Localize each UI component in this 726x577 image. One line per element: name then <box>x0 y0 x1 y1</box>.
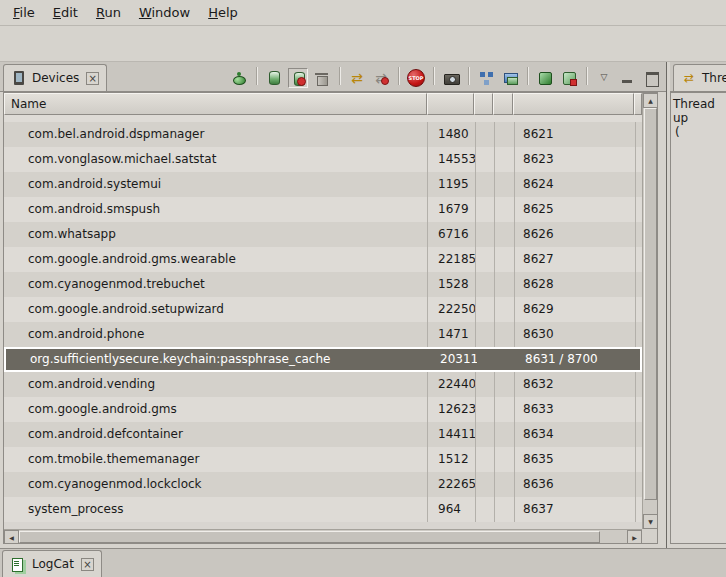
menu-run[interactable]: Run <box>87 2 130 23</box>
cell-empty <box>476 197 495 222</box>
main-toolbar <box>0 26 726 62</box>
menu-bar: File Edit Run Window Help <box>0 0 726 26</box>
stop-thread-updates-icon[interactable] <box>371 68 391 88</box>
start-method-profiling-icon[interactable] <box>535 68 555 88</box>
table-row[interactable]: com.cyanogenmod.lockclock222658636 <box>4 472 642 497</box>
threads-view: Threa Thread up ( <box>670 62 726 548</box>
cause-gc-icon[interactable] <box>312 68 332 88</box>
cell-pid: 14553 <box>428 147 476 172</box>
cell-empty <box>476 322 495 347</box>
cell-empty <box>497 349 517 370</box>
menu-file[interactable]: File <box>4 2 44 23</box>
column-header-port[interactable] <box>513 93 634 115</box>
cell-port: 8636 <box>515 472 636 497</box>
update-heap-icon[interactable] <box>264 68 284 88</box>
table-row[interactable]: com.tmobile.thememanager15128635 <box>4 447 642 472</box>
cell-port: 8633 <box>515 397 636 422</box>
scroll-left-button[interactable]: ◀ <box>4 530 19 544</box>
cell-pid: 22250 <box>428 297 476 322</box>
cell-empty <box>495 422 515 447</box>
table-row[interactable]: com.android.systemui11958624 <box>4 172 642 197</box>
table-row[interactable]: com.vonglasow.michael.satstat145538623 <box>4 147 642 172</box>
threads-message-line1: Thread up <box>673 97 724 125</box>
cell-empty <box>495 372 515 397</box>
column-header-pid[interactable] <box>427 93 475 115</box>
debug-process-icon[interactable] <box>229 68 249 88</box>
screen-capture-icon[interactable] <box>441 68 461 88</box>
column-header-name[interactable]: Name <box>4 93 427 115</box>
tab-threads[interactable]: Threa <box>673 64 726 91</box>
table-row[interactable]: com.bel.android.dspmanager14808621 <box>4 122 642 147</box>
column-header-filler <box>634 93 642 115</box>
cell-empty <box>495 197 515 222</box>
table-row[interactable]: com.android.defcontainer144118634 <box>4 422 642 447</box>
cell-empty <box>476 272 495 297</box>
table-row[interactable]: com.whatsapp67168626 <box>4 222 642 247</box>
cell-pid: 22185 <box>428 247 476 272</box>
table-row[interactable]: system_process9648637 <box>4 497 642 522</box>
table-row[interactable]: com.cyanogenmod.trebuchet15288628 <box>4 272 642 297</box>
cell-process-name: com.android.defcontainer <box>4 422 428 447</box>
capture-layers-icon[interactable] <box>500 68 520 88</box>
cell-empty <box>476 447 495 472</box>
cell-process-name: com.google.android.gms <box>4 397 428 422</box>
cell-empty <box>476 372 495 397</box>
column-header-empty[interactable] <box>474 93 493 115</box>
table-row[interactable]: com.android.phone14718630 <box>4 322 642 347</box>
cell-process-name: com.google.android.gms.wearable <box>4 247 428 272</box>
threads-message-line2: ( <box>673 125 724 139</box>
cell-process-name: system_process <box>4 497 428 522</box>
vertical-scroll-thumb[interactable] <box>644 108 657 500</box>
toolbar-separator <box>586 67 587 85</box>
vertical-scrollbar[interactable]: ▲ ▼ <box>642 93 657 529</box>
tab-logcat[interactable]: LogCat × <box>2 550 102 577</box>
cell-port: 8631 / 8700 <box>517 349 638 370</box>
table-row[interactable]: com.android.vending224408632 <box>4 372 642 397</box>
maximize-view-icon[interactable] <box>642 68 662 88</box>
heap-dump-icon[interactable] <box>559 68 579 88</box>
minimize-view-icon[interactable] <box>618 68 638 88</box>
threads-icon <box>681 70 697 86</box>
cell-port: 8629 <box>515 297 636 322</box>
scroll-up-button[interactable]: ▲ <box>643 93 658 108</box>
tab-devices[interactable]: Devices × <box>3 64 107 91</box>
hierarchy-view-icon[interactable] <box>476 68 496 88</box>
view-menu-icon[interactable]: ▽ <box>594 68 614 88</box>
table-row[interactable]: com.google.android.gms.wearable221858627 <box>4 247 642 272</box>
cell-pid: 1471 <box>428 322 476 347</box>
table-row[interactable]: org.sufficientlysecure.keychain:passphra… <box>4 347 642 372</box>
cell-pid: 1528 <box>428 272 476 297</box>
cell-empty <box>495 247 515 272</box>
horizontal-scrollbar[interactable]: ◀ ▶ <box>4 529 642 543</box>
horizontal-scroll-thumb[interactable] <box>19 531 600 543</box>
table-row[interactable]: com.google.android.gms126238633 <box>4 397 642 422</box>
column-header-empty[interactable] <box>493 93 513 115</box>
cell-pid: 1195 <box>428 172 476 197</box>
cell-port: 8634 <box>515 422 636 447</box>
tab-devices-label: Devices <box>32 71 79 85</box>
cell-pid: 1480 <box>428 122 476 147</box>
bottom-tabbar: LogCat × <box>0 548 726 577</box>
scroll-down-button[interactable]: ▼ <box>643 514 658 529</box>
cell-pid: 12623 <box>428 397 476 422</box>
table-row[interactable]: com.google.android.setupwizard222508629 <box>4 297 642 322</box>
cell-pid: 1679 <box>428 197 476 222</box>
stop-process-icon[interactable]: STOP <box>406 68 426 88</box>
close-logcat-tab-icon[interactable]: × <box>81 558 94 571</box>
menu-help[interactable]: Help <box>199 2 247 23</box>
cell-process-name: com.google.android.setupwizard <box>4 297 428 322</box>
menu-edit[interactable]: Edit <box>44 2 87 23</box>
dump-hprof-icon[interactable] <box>288 68 308 88</box>
cell-process-name: org.sufficientlysecure.keychain:passphra… <box>6 349 430 370</box>
toolbar-separator <box>468 67 469 85</box>
cell-port: 8628 <box>515 272 636 297</box>
cell-port: 8627 <box>515 247 636 272</box>
scroll-right-button[interactable]: ▶ <box>627 530 642 544</box>
update-threads-icon[interactable] <box>347 68 367 88</box>
cell-empty <box>476 297 495 322</box>
menu-window[interactable]: Window <box>130 2 199 23</box>
table-row[interactable]: com.android.smspush16798625 <box>4 197 642 222</box>
stop-process-label: STOP <box>407 69 425 87</box>
tab-threads-label: Threa <box>702 71 726 85</box>
close-devices-tab-icon[interactable]: × <box>86 72 99 85</box>
